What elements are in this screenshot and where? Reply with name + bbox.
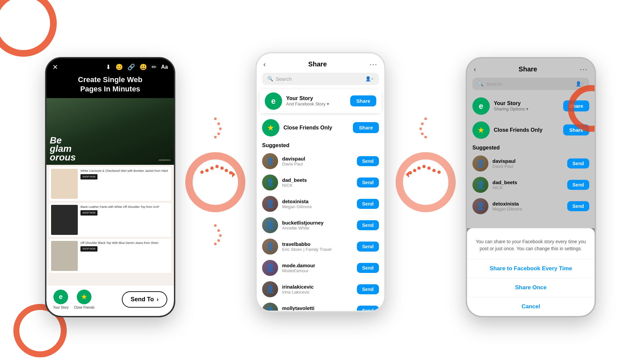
hero-glamour-text: Beglamorous [50,136,76,161]
close-friends-name: Close Friends Only [494,127,543,133]
display-name: Davis Paul [282,161,305,166]
contact-left: 👤 davispaul Davis Paul [262,153,305,169]
contacts-list: 👤 davispaul Davis Paul Send 👤 dad_beets … [257,150,384,311]
contact-left: 👤 dad_beets NICK [472,177,517,193]
phone-3: ‹ Share ··· 🔍 Search 👤+ e Your Story Sha… [466,57,596,317]
close-friends-avatar: ★ [262,119,279,136]
phone2-search-bar[interactable]: 🔍 Search 👤+ [262,73,379,85]
product-text-1: White Camisole & Checkered Skirt with Bo… [80,169,169,199]
add-people-icon[interactable]: 👤+ [365,76,374,81]
phone2-back-button[interactable]: ‹ [263,60,266,68]
phone3-suggested-label: Suggested [467,142,595,153]
svg-point-26 [424,117,427,120]
your-story-row-highlighted: e Your Story And Facebook Story ▾ Share [259,89,382,113]
shop-now-btn-3[interactable]: SHOP NOW [80,246,97,252]
svg-point-10 [219,127,222,130]
phone2-more-button[interactable]: ··· [370,60,378,69]
svg-point-16 [217,239,220,242]
contact-left: 👤 travelbabbo Eric Stoen | Family Travel [262,239,332,255]
svg-point-15 [219,234,222,237]
sticker-icon[interactable]: 😃 [140,63,147,71]
phone3-popup-overlay: You can share to your Facebook story eve… [467,228,595,316]
popup-description: You can share to your Facebook story eve… [467,235,595,259]
display-name: Megan Gilmore [492,207,522,212]
shop-now-btn-2[interactable]: SHOP NOW [80,210,97,216]
send-button-davispaul-3[interactable]: Send [567,158,589,168]
share-once-option[interactable]: Share Once [467,278,595,297]
your-story-left: e Your Story And Facebook Story ▾ [265,92,329,110]
contact-row: 👤 dad_beets NICK Send [257,172,384,193]
send-to-button[interactable]: Send To › [122,291,167,308]
contact-info: dad_beets NICK [492,179,517,190]
edit-icon[interactable]: ✏ [152,63,157,71]
product-card-3: Off Shoulder Black Top With Blue Denim J… [49,239,171,273]
username: davispaul [492,158,515,164]
link-icon[interactable]: 🔗 [128,63,135,71]
send-button-davispaul[interactable]: Send [357,156,379,166]
phone3-back-button[interactable]: ‹ [474,65,476,73]
text-tool[interactable]: Aa [161,64,168,70]
chevron-icon: ▾ [526,106,528,111]
send-button-dad-beets[interactable]: Send [357,177,379,188]
product-card-1: White Camisole & Checkered Skirt with Bo… [49,167,171,201]
avatar-molly: 👤 [262,303,278,311]
search-placeholder: Search [276,76,363,82]
close-friends-icon[interactable]: ★ Close Friends [74,290,94,309]
add-people-icon[interactable]: 👤+ [576,81,584,86]
send-button-detoxinista[interactable]: Send [357,199,379,209]
phone-2: ‹ Share ··· 🔍 Search 👤+ e Your Story And… [255,52,386,312]
svg-point-9 [217,122,220,125]
contact-left: 👤 dad_beets NICK [262,174,307,191]
close-friends-circle: ★ [77,290,91,304]
phone1-toolbar-icons: ⬇ 😊 🔗 😃 ✏ Aa [106,63,168,71]
download-icon[interactable]: ⬇ [106,63,111,71]
contact-row: 👤 mode.damour Moded'amour Send [257,257,384,279]
svg-point-12 [214,136,217,138]
hero-brand: ziafashion [159,158,171,161]
send-button-irina[interactable]: Send [357,284,379,294]
contact-row: 👤 bucketlistjourney Annette White Send [257,215,384,236]
avatar-travelbabbo: 👤 [262,239,278,255]
close-icon[interactable]: ✕ [52,63,58,71]
contact-left: 👤 detoxinista Megan Gilmore [262,196,312,212]
send-button-molly[interactable]: Send [357,306,379,311]
your-story-icon[interactable]: e Your Story [53,290,68,309]
phone3-more-button[interactable]: ··· [580,65,588,74]
deco-circle-top-left [0,0,57,57]
svg-point-30 [424,136,427,138]
avatar-detoxinista-3: 👤 [472,198,488,214]
username: irinalakicevic [282,284,313,290]
send-button-travelbabbo[interactable]: Send [357,242,379,252]
close-friends-share-button[interactable]: Share [353,122,379,133]
contact-info: detoxinista Megan Gilmore [492,201,522,212]
shop-now-btn-1[interactable]: SHOP NOW [80,174,97,179]
send-button-dad-beets-3[interactable]: Send [567,180,589,190]
svg-point-13 [214,224,217,227]
cancel-option[interactable]: Cancel [467,297,595,316]
search-icon: 🔍 [267,76,273,81]
svg-point-17 [214,243,217,245]
send-button-detoxinista-3[interactable]: Send [567,201,589,211]
close-friends-name: Close Friends Only [283,125,332,131]
suggested-label: Suggested [257,140,384,150]
your-story-sub: Sharing Options ▾ [494,106,528,111]
phone3-title: Share [518,65,537,73]
contact-left: 👤 irinalakicevic Irina Lakicevic [262,281,313,297]
contact-left: 👤 bucketlistjourney Annette White [262,217,324,233]
your-story-share-button[interactable]: Share [350,95,376,106]
contact-info: mode.damour Moded'amour [282,263,315,273]
send-button-bucketlist[interactable]: Send [357,220,379,230]
your-story-name: Your Story [286,95,329,101]
your-story-row: e Your Story And Facebook Story ▾ Share [259,89,382,113]
svg-point-14 [217,229,220,232]
svg-point-11 [217,132,220,135]
share-every-time-option[interactable]: Share to Facebook Every Time [467,259,595,278]
emoji-icon[interactable]: 😊 [116,63,123,71]
product-text-3: Off Shoulder Black Top With Blue Denim J… [80,241,169,271]
username: mollytavoletti [282,305,314,311]
send-button-mode-damour[interactable]: Send [357,263,379,273]
avatar-davispaul: 👤 [262,153,278,169]
svg-point-27 [421,122,424,125]
search-icon: 🔍 [478,81,483,86]
phone3-search-bar[interactable]: 🔍 Search 👤+ [472,78,589,90]
